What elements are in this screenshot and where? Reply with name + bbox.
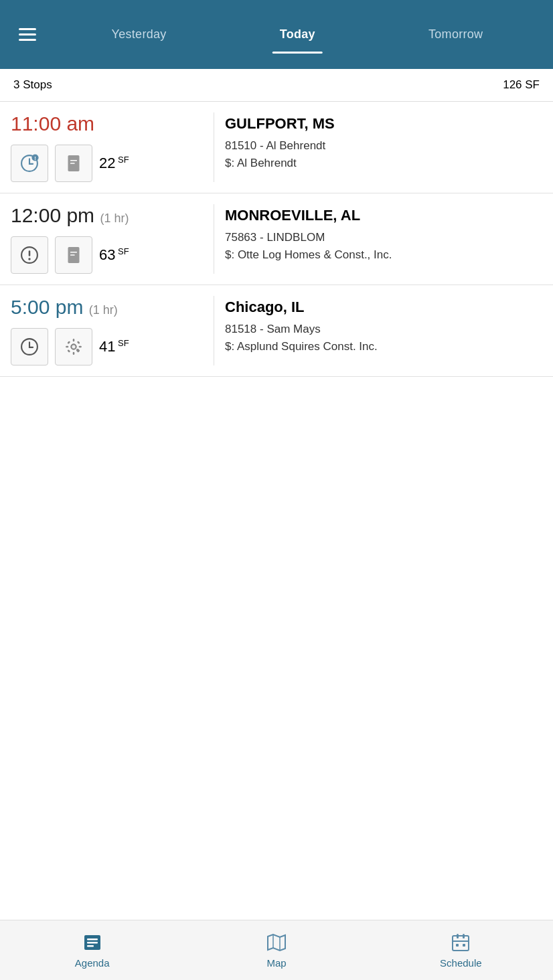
- svg-rect-33: [453, 941, 469, 942]
- svg-rect-19: [67, 341, 70, 344]
- svg-rect-15: [73, 339, 75, 341]
- stop-time-note-3: (1 hr): [89, 303, 118, 317]
- stop-id-2: 75863 - LINDBLOM: [225, 231, 542, 244]
- svg-rect-30: [453, 936, 469, 951]
- agenda-icon: [82, 932, 103, 953]
- stop-icon1-2: [11, 236, 48, 274]
- stop-row[interactable]: 5:00 pm (1 hr): [0, 285, 553, 377]
- svg-rect-18: [79, 346, 82, 348]
- svg-rect-10: [70, 252, 77, 253]
- stops-count: 3 Stops: [13, 78, 52, 92]
- stop-time-2: 12:00 pm (1 hr): [11, 204, 203, 227]
- svg-rect-22: [77, 341, 80, 344]
- svg-rect-34: [456, 944, 459, 947]
- svg-rect-28: [87, 942, 98, 944]
- stop-sf-1: 22 SF: [99, 155, 129, 172]
- svg-rect-35: [463, 944, 465, 947]
- map-icon: [266, 932, 287, 953]
- stop-icon2-1: [55, 145, 92, 182]
- stop-icon2-2: [55, 236, 92, 274]
- stop-id-3: 81518 - Sam Mays: [225, 323, 542, 336]
- svg-text:!: !: [34, 155, 36, 161]
- bottom-nav-agenda[interactable]: Agenda: [0, 920, 184, 980]
- stop-right-1: GULFPORT, MS 81510 - Al Behrendt $: Al B…: [214, 112, 553, 182]
- stop-row[interactable]: 11:00 am !: [0, 102, 553, 193]
- nav-tabs: Yesterday Today Tomorrow: [55, 19, 540, 50]
- stop-id-1: 81510 - Al Behrendt: [225, 139, 542, 153]
- stop-city-1: GULFPORT, MS: [225, 115, 542, 133]
- stop-icons-row-1: ! 22 SF: [11, 145, 203, 182]
- stop-dollar-2: $: Otte Log Homes & Const., Inc.: [225, 248, 542, 262]
- stop-city-2: MONROEVILLE, AL: [225, 207, 542, 224]
- stop-icon1-3: [11, 328, 48, 365]
- svg-rect-5: [70, 163, 75, 164]
- stop-dollar-3: $: Asplund Squires Const. Inc.: [225, 340, 542, 353]
- svg-point-24: [72, 345, 75, 348]
- hamburger-menu[interactable]: [13, 23, 42, 46]
- svg-rect-11: [70, 254, 75, 256]
- stop-left-3: 5:00 pm (1 hr): [0, 296, 214, 365]
- svg-rect-32: [463, 934, 465, 938]
- schedule-label: Schedule: [440, 957, 482, 969]
- stop-icons-row-2: 63 SF: [11, 236, 203, 274]
- sf-total: 126 SF: [503, 78, 540, 92]
- svg-rect-16: [73, 352, 75, 355]
- tab-today[interactable]: Today: [266, 19, 329, 50]
- stop-left-2: 12:00 pm (1 hr): [0, 204, 214, 274]
- svg-rect-27: [87, 938, 98, 941]
- stop-sf-3: 41 SF: [99, 338, 129, 355]
- bottom-nav: Agenda Map Schedule: [0, 920, 553, 980]
- svg-rect-7: [29, 250, 31, 256]
- stop-left-1: 11:00 am !: [0, 112, 214, 182]
- agenda-label: Agenda: [75, 957, 110, 969]
- stop-dollar-1: $: Al Behrendt: [225, 157, 542, 170]
- tab-tomorrow[interactable]: Tomorrow: [415, 19, 496, 50]
- schedule-icon: [450, 932, 471, 953]
- bottom-nav-schedule[interactable]: Schedule: [369, 920, 553, 980]
- stop-time-3: 5:00 pm (1 hr): [11, 296, 203, 319]
- stop-row[interactable]: 12:00 pm (1 hr): [0, 193, 553, 285]
- svg-rect-21: [67, 349, 70, 353]
- stop-right-3: Chicago, IL 81518 - Sam Mays $: Asplund …: [214, 296, 553, 365]
- svg-rect-29: [87, 945, 94, 947]
- stop-icons-row-3: 41 SF: [11, 328, 203, 365]
- svg-point-8: [28, 258, 30, 260]
- summary-bar: 3 Stops 126 SF: [0, 69, 553, 102]
- stop-right-2: MONROEVILLE, AL 75863 - LINDBLOM $: Otte…: [214, 204, 553, 274]
- tab-yesterday[interactable]: Yesterday: [98, 19, 180, 50]
- header: Yesterday Today Tomorrow: [0, 0, 553, 69]
- stop-time-1: 11:00 am: [11, 112, 203, 135]
- stop-time-note-2: (1 hr): [100, 212, 129, 225]
- content-area: 11:00 am !: [0, 102, 553, 920]
- svg-rect-17: [66, 346, 68, 348]
- bottom-nav-map[interactable]: Map: [184, 920, 368, 980]
- svg-rect-4: [70, 160, 77, 161]
- stop-sf-2: 63 SF: [99, 246, 129, 264]
- stop-city-3: Chicago, IL: [225, 299, 542, 316]
- stop-icon1-1: !: [11, 145, 48, 182]
- svg-rect-31: [457, 934, 459, 938]
- map-label: Map: [266, 957, 286, 969]
- svg-point-25: [76, 349, 79, 351]
- stop-icon2-3: [55, 328, 92, 365]
